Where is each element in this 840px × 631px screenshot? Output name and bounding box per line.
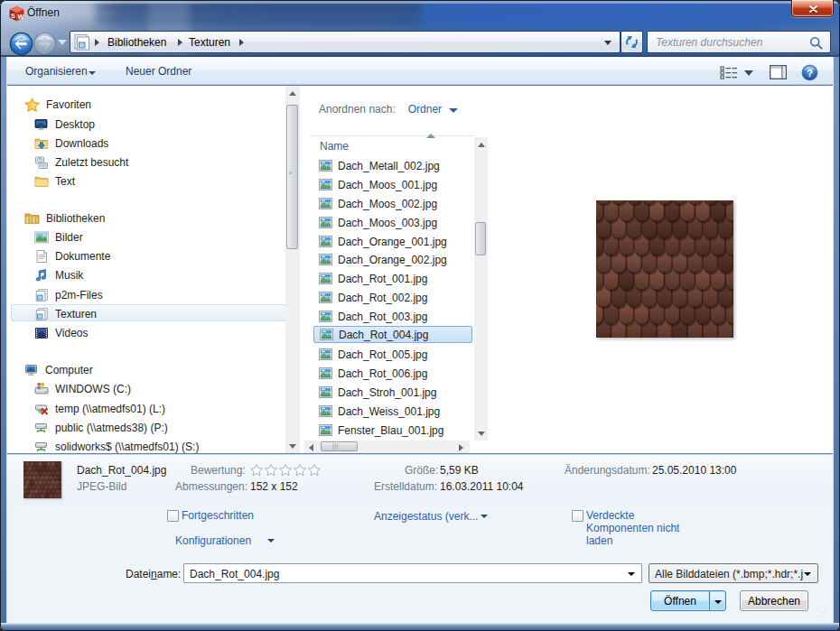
svg-text:S: S (11, 12, 15, 20)
svg-text:?: ? (807, 68, 813, 79)
svg-text:W: W (18, 13, 25, 21)
